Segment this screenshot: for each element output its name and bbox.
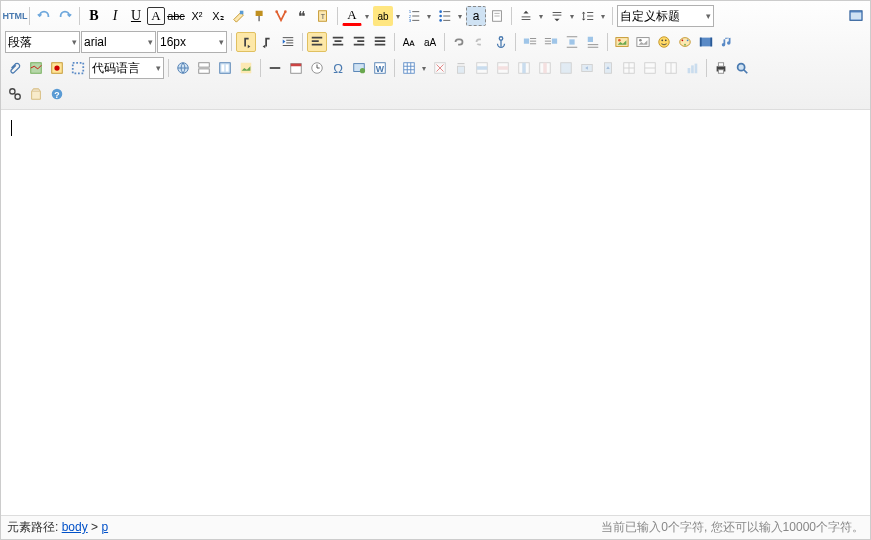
- deleterow-button[interactable]: [493, 58, 513, 78]
- undo-button[interactable]: [34, 6, 54, 26]
- fontsize-select[interactable]: 16px: [157, 31, 227, 53]
- formatmatch-button[interactable]: [250, 6, 270, 26]
- rowspacingtop-button[interactable]: ▾: [516, 6, 546, 26]
- insertparagraphbefore-button[interactable]: [451, 58, 471, 78]
- source-button[interactable]: HTML: [5, 6, 25, 26]
- svg-point-80: [54, 65, 59, 70]
- fullscreen-button[interactable]: [846, 6, 866, 26]
- insertvideo-button[interactable]: [696, 32, 716, 52]
- pagebreak-button[interactable]: [194, 58, 214, 78]
- svg-rect-2: [258, 16, 260, 21]
- indent-button[interactable]: [278, 32, 298, 52]
- img-right-button[interactable]: [541, 32, 561, 52]
- webapp-button[interactable]: [173, 58, 193, 78]
- mergeright-button[interactable]: [577, 58, 597, 78]
- italic-button[interactable]: I: [105, 6, 125, 26]
- print2-button[interactable]: [711, 58, 731, 78]
- snapscreen-button[interactable]: [349, 58, 369, 78]
- svg-point-15: [439, 19, 442, 22]
- subscript-button[interactable]: X₂: [208, 6, 228, 26]
- align-left-button[interactable]: [307, 32, 327, 52]
- preview-button[interactable]: [732, 58, 752, 78]
- svg-rect-1: [256, 11, 263, 16]
- anchor-button[interactable]: [491, 32, 511, 52]
- svg-rect-87: [226, 65, 229, 72]
- splittorows-button[interactable]: [640, 58, 660, 78]
- background-button[interactable]: [236, 58, 256, 78]
- fontfamily-select[interactable]: arial: [81, 31, 156, 53]
- align-center-button[interactable]: [328, 32, 348, 52]
- unordered-list-button[interactable]: ▾: [435, 6, 465, 26]
- insertcol-button[interactable]: [514, 58, 534, 78]
- splittocols-button[interactable]: [661, 58, 681, 78]
- attachment-button[interactable]: [5, 58, 25, 78]
- blockquote-button[interactable]: ❝: [292, 6, 312, 26]
- emotion-button[interactable]: [654, 32, 674, 52]
- tolowercase-button[interactable]: aA: [420, 32, 440, 52]
- img-left-button[interactable]: [520, 32, 540, 52]
- map-button[interactable]: [26, 58, 46, 78]
- rowspacingbottom-button[interactable]: ▾: [547, 6, 577, 26]
- underline-button[interactable]: U: [126, 6, 146, 26]
- deletecol-button[interactable]: [535, 58, 555, 78]
- spechars-button[interactable]: Ω: [328, 58, 348, 78]
- splittocells-button[interactable]: [619, 58, 639, 78]
- autotypeset-button[interactable]: [271, 6, 291, 26]
- deletetable-button[interactable]: [430, 58, 450, 78]
- inserttable-button[interactable]: ▾: [399, 58, 429, 78]
- simpleupload-button[interactable]: [633, 32, 653, 52]
- svg-rect-77: [710, 38, 712, 47]
- removeformat-button[interactable]: [229, 6, 249, 26]
- pasteplain-button[interactable]: T: [313, 6, 333, 26]
- selectall-button[interactable]: a: [466, 6, 486, 26]
- dir-ltr-button[interactable]: [236, 32, 256, 52]
- gmap-button[interactable]: [47, 58, 67, 78]
- wordimage-button[interactable]: W: [370, 58, 390, 78]
- music-button[interactable]: [717, 32, 737, 52]
- statusbar: 元素路径: body > p 当前已输入0个字符, 您还可以输入10000个字符…: [1, 515, 870, 539]
- svg-rect-50: [524, 39, 529, 44]
- path-p-link[interactable]: p: [101, 520, 108, 534]
- path-body-link[interactable]: body: [62, 520, 88, 534]
- insertcode-select[interactable]: 代码语言: [89, 57, 164, 79]
- touppercase-button[interactable]: Aᴀ: [399, 32, 419, 52]
- fontborder-button[interactable]: A: [147, 7, 165, 25]
- editor-content[interactable]: [1, 110, 870, 515]
- mergedown-button[interactable]: [598, 58, 618, 78]
- img-none-button[interactable]: [583, 32, 603, 52]
- charts-button[interactable]: [682, 58, 702, 78]
- backcolor-button[interactable]: ab▾: [373, 6, 403, 26]
- help-button[interactable]: ?: [47, 84, 67, 104]
- mergecells-button[interactable]: [556, 58, 576, 78]
- drafts-button[interactable]: [26, 84, 46, 104]
- svg-point-3: [275, 10, 278, 13]
- horizontal-button[interactable]: [265, 58, 285, 78]
- paragraph-select[interactable]: 段落: [5, 31, 80, 53]
- bold-button[interactable]: B: [84, 6, 104, 26]
- strikethrough-button[interactable]: abc: [166, 6, 186, 26]
- insertrow-button[interactable]: [472, 58, 492, 78]
- svg-point-133: [738, 64, 745, 71]
- date-button[interactable]: [286, 58, 306, 78]
- forecolor-button[interactable]: A▾: [342, 6, 372, 26]
- superscript-button[interactable]: X²: [187, 6, 207, 26]
- img-center-button[interactable]: [562, 32, 582, 52]
- align-justify-button[interactable]: [370, 32, 390, 52]
- ordered-list-button[interactable]: 123▾: [404, 6, 434, 26]
- dir-rtl-button[interactable]: [257, 32, 277, 52]
- scrawl-button[interactable]: [675, 32, 695, 52]
- align-right-button[interactable]: [349, 32, 369, 52]
- lineheight-button[interactable]: ▾: [578, 6, 608, 26]
- svg-point-4: [284, 10, 287, 13]
- insertframe-button[interactable]: [68, 58, 88, 78]
- template-button[interactable]: [215, 58, 235, 78]
- svg-rect-131: [718, 63, 723, 67]
- searchreplace-button[interactable]: [5, 84, 25, 104]
- print-button[interactable]: [487, 6, 507, 26]
- link-button[interactable]: [449, 32, 469, 52]
- insertimage-button[interactable]: [612, 32, 632, 52]
- redo-button[interactable]: [55, 6, 75, 26]
- customstyle-select[interactable]: 自定义标题: [617, 5, 714, 27]
- time-button[interactable]: [307, 58, 327, 78]
- unlink-button[interactable]: [470, 32, 490, 52]
